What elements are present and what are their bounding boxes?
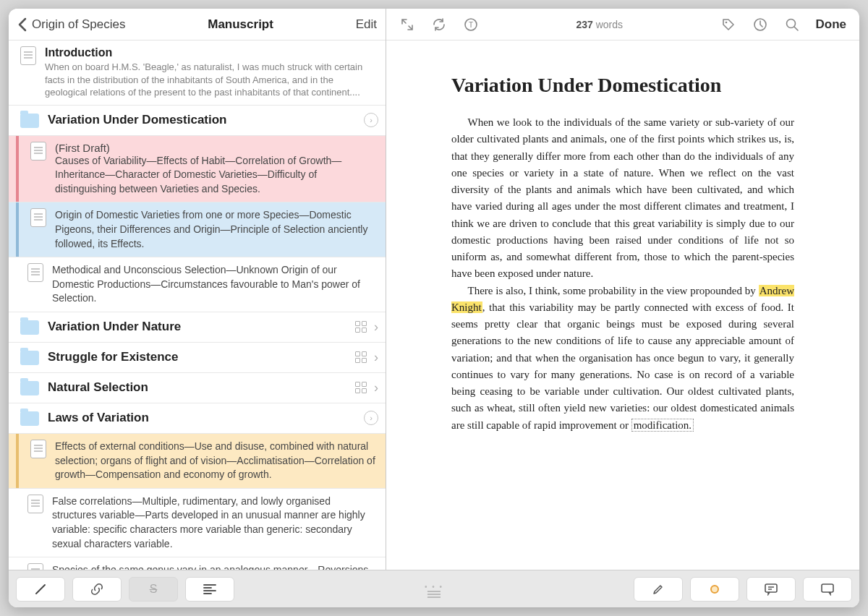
document-icon	[20, 46, 36, 65]
folder-title: Laws of Variation	[48, 411, 355, 425]
folder-struggle-existence[interactable]: Struggle for Existence ›	[9, 343, 386, 373]
folder-icon	[20, 351, 39, 365]
item-text: False correlations—Multiple, rudimentary…	[52, 495, 375, 551]
folder-icon	[20, 381, 39, 395]
item-desc: When on board H.M.S. 'Beagle,' as natura…	[45, 61, 375, 99]
grid-icon	[355, 321, 367, 333]
svg-text:T: T	[469, 21, 473, 29]
svg-point-5	[711, 586, 718, 593]
disclosure-chevron-icon[interactable]: ›	[364, 411, 378, 425]
editor-body[interactable]: Variation Under Domestication When we lo…	[386, 40, 859, 570]
back-chevron-icon[interactable]	[17, 17, 27, 32]
sidebar: Origin of Species Manuscript Edit Introd…	[9, 9, 386, 570]
breadcrumb[interactable]: Origin of Species	[32, 17, 125, 32]
document-text[interactable]: When we look to the individuals of the s…	[451, 114, 794, 434]
item-text: Effects of external conditions—Use and d…	[55, 440, 375, 482]
chevron-right-icon[interactable]: ›	[374, 350, 378, 365]
folder-icon	[20, 320, 39, 335]
sidebar-title: Manuscript	[128, 17, 352, 32]
list-item[interactable]: Species of the same genus vary in an ana…	[9, 557, 386, 570]
document-icon	[27, 563, 43, 570]
folder-natural-selection[interactable]: Natural Selection ›	[9, 373, 386, 403]
folder-title: Variation Under Nature	[48, 320, 346, 334]
document-icon	[27, 495, 43, 513]
list-item[interactable]: Effects of external conditions—Use and d…	[9, 434, 386, 489]
item-text: Methodical and Unconscious Selection—Unk…	[52, 263, 375, 306]
comment-button[interactable]	[746, 577, 796, 602]
chat-button[interactable]	[803, 577, 852, 602]
svg-point-2	[725, 21, 727, 23]
align-button[interactable]	[185, 577, 234, 602]
editor-panel: T 237 words Done Variation Under Domesti…	[386, 9, 859, 570]
item-text: Origin of Domestic Varieties from one or…	[55, 208, 375, 251]
compose-button[interactable]	[16, 577, 65, 602]
sidebar-list[interactable]: Introduction When on board H.M.S. 'Beagl…	[9, 40, 386, 570]
folder-icon	[20, 114, 39, 128]
cursor-word: modification.	[631, 419, 694, 432]
app-window: Origin of Species Manuscript Edit Introd…	[9, 9, 859, 607]
document-icon	[27, 263, 43, 282]
item-subtitle: (First Draft)	[55, 142, 375, 154]
tag-icon[interactable]	[720, 17, 736, 33]
item-text: Species of the same genus vary in an ana…	[52, 563, 375, 570]
document-icon	[30, 208, 46, 227]
folder-title: Natural Selection	[48, 380, 346, 395]
color-bar	[16, 202, 19, 257]
chevron-right-icon[interactable]: ›	[374, 320, 378, 335]
search-icon[interactable]	[784, 17, 800, 33]
folder-title: Struggle for Existence	[48, 350, 346, 364]
document-icon	[30, 142, 46, 161]
folder-variation-nature[interactable]: Variation Under Nature ›	[9, 312, 386, 343]
editor-header: T 237 words Done	[386, 9, 859, 40]
typewriter-icon[interactable]: T	[463, 17, 479, 33]
item-text: Causes of Variability—Effects of Habit—C…	[55, 154, 375, 197]
folder-icon	[20, 411, 39, 426]
list-item-introduction[interactable]: Introduction When on board H.M.S. 'Beagl…	[9, 40, 386, 106]
sync-icon[interactable]	[431, 17, 447, 33]
list-item[interactable]: Methodical and Unconscious Selection—Unk…	[9, 257, 386, 312]
disclosure-chevron-icon[interactable]: ›	[364, 113, 378, 127]
word-count: 237 words	[576, 19, 623, 30]
para1: When we look to the individuals of the s…	[451, 116, 794, 279]
list-item[interactable]: False correlations—Multiple, rudimentary…	[9, 489, 386, 557]
svg-rect-6	[765, 584, 777, 592]
sidebar-header: Origin of Species Manuscript Edit	[9, 9, 386, 40]
chevron-right-icon[interactable]: ›	[374, 380, 378, 395]
highlighter-button[interactable]	[634, 577, 683, 602]
edit-button[interactable]: Edit	[356, 17, 377, 32]
done-button[interactable]: Done	[816, 17, 847, 32]
folder-title: Variation Under Domestication	[48, 113, 355, 127]
drag-handle-icon[interactable]: • • •	[425, 583, 443, 595]
para2b: , that this variability may be partly co…	[451, 301, 794, 431]
main-area: Origin of Species Manuscript Edit Introd…	[9, 9, 859, 570]
document-title: Variation Under Domestication	[451, 74, 794, 97]
folder-laws-variation[interactable]: Laws of Variation ›	[9, 403, 386, 434]
grid-icon	[355, 351, 367, 363]
document-icon	[30, 440, 46, 458]
list-item[interactable]: (First Draft) Causes of Variability—Effe…	[9, 136, 386, 203]
history-icon[interactable]	[752, 17, 768, 33]
item-title: Introduction	[45, 46, 375, 59]
strikethrough-button[interactable]: S	[129, 577, 178, 602]
folder-variation-domestication[interactable]: Variation Under Domestication ›	[9, 106, 386, 136]
bottom-toolbar: S • • •	[9, 570, 859, 607]
color-bar	[16, 434, 19, 488]
color-button[interactable]	[690, 577, 739, 602]
list-item[interactable]: Origin of Domestic Varieties from one or…	[9, 202, 386, 257]
link-button[interactable]	[72, 577, 122, 602]
grid-icon	[355, 382, 367, 393]
para2a: There is also, I think, some probability…	[468, 285, 759, 296]
color-bar	[16, 136, 19, 202]
expand-icon[interactable]	[399, 17, 415, 33]
svg-rect-7	[822, 584, 833, 592]
